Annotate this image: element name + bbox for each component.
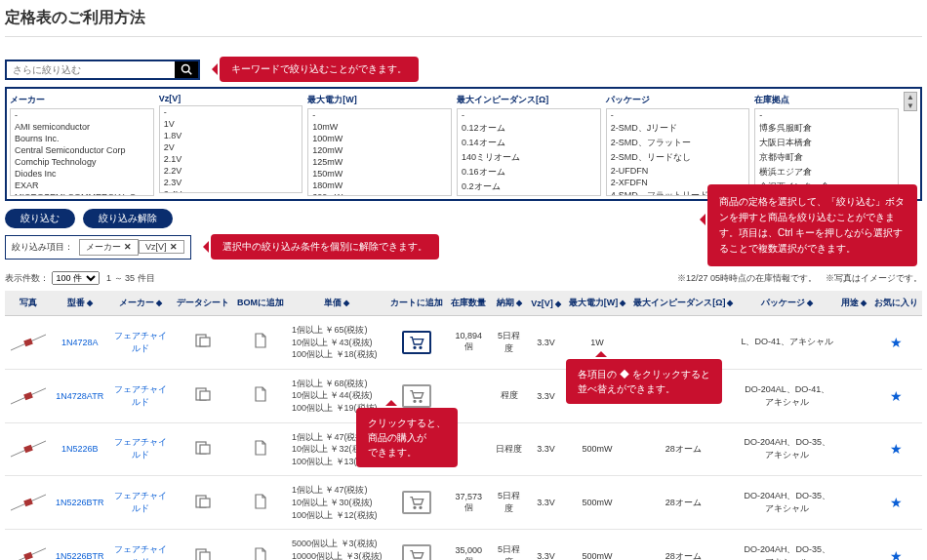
filter-option[interactable]: 2-SMD、フラットー <box>607 136 749 150</box>
filter-option[interactable]: 120mW <box>308 144 451 156</box>
bom-add-icon[interactable] <box>254 444 267 459</box>
bom-add-icon[interactable] <box>254 498 267 512</box>
filter-listbox[interactable]: -1V1.8V2V2.1V2.2V2.3V2.4V <box>159 105 303 193</box>
filter-listbox[interactable]: -0.12オーム0.14オーム140ミリオーム0.16オーム0.2オーム0.24… <box>457 108 601 196</box>
sort-icon[interactable]: ◆ <box>861 299 867 307</box>
datasheet-icon[interactable] <box>195 336 211 350</box>
column-header[interactable]: パッケージ◆ <box>737 291 837 316</box>
filter-option[interactable]: 200mW <box>308 191 451 196</box>
filter-option[interactable]: 2-SMD、Jリード <box>607 121 749 136</box>
filter-option[interactable]: 横浜エジア倉 <box>755 165 898 180</box>
filter-option[interactable]: - <box>458 109 600 121</box>
add-to-cart-button[interactable] <box>402 491 431 514</box>
datasheet-icon[interactable] <box>195 443 211 458</box>
filter-option[interactable]: 1.8V <box>160 130 302 141</box>
filter-option[interactable]: 2-SMD、リードなし <box>607 150 749 165</box>
filter-listbox[interactable]: -10mW100mW120mW125mW150mW180mW200mW <box>307 108 452 196</box>
maker-link[interactable]: フェアチャイルド <box>108 316 173 370</box>
filter-option[interactable]: 大阪日本橋倉 <box>755 136 898 150</box>
filter-option[interactable]: - <box>308 109 451 121</box>
filter-option[interactable]: - <box>607 109 749 121</box>
datasheet-icon[interactable] <box>195 389 211 404</box>
column-header[interactable]: 型番◆ <box>52 291 108 316</box>
filter-option[interactable]: - <box>755 109 898 121</box>
sort-icon[interactable]: ◆ <box>555 300 561 308</box>
part-number-link[interactable]: 1N5226BTR <box>52 530 108 560</box>
maker-link[interactable]: フェアチャイルド <box>108 369 173 422</box>
column-header[interactable]: 用途◆ <box>837 291 870 316</box>
filter-option[interactable]: 京都寺町倉 <box>755 150 898 165</box>
column-header[interactable]: 最大インピーダンス[Ω]◆ <box>629 291 737 316</box>
filter-chip[interactable]: メーカー ✕ <box>79 239 139 256</box>
filter-listbox[interactable]: -2-SMD、Jリード2-SMD、フラットー2-SMD、リードなし2-UFDFN… <box>606 108 750 196</box>
filter-option[interactable]: 100mW <box>308 133 451 144</box>
filter-option[interactable]: 0.14オーム <box>458 136 600 150</box>
filter-option[interactable]: - <box>11 109 153 121</box>
filter-option[interactable]: 10mW <box>308 121 451 133</box>
filter-option[interactable]: 140ミリオーム <box>458 150 600 165</box>
bom-add-icon[interactable] <box>254 390 267 405</box>
filter-option[interactable]: 博多呉服町倉 <box>755 121 898 136</box>
favorite-star[interactable]: ★ <box>890 388 903 404</box>
part-number-link[interactable]: 1N4728A <box>52 316 108 370</box>
part-number-link[interactable]: 1N5226BTR <box>52 476 108 530</box>
favorite-star[interactable]: ★ <box>890 548 903 560</box>
add-to-cart-button[interactable] <box>402 331 431 354</box>
sort-icon[interactable]: ◆ <box>87 299 93 307</box>
filter-option[interactable]: 1V <box>160 118 302 130</box>
add-to-cart-button[interactable] <box>402 544 431 560</box>
sort-icon[interactable]: ◆ <box>727 299 733 307</box>
sort-icon[interactable]: ◆ <box>343 299 349 307</box>
per-page-select[interactable]: 100 件 <box>52 271 100 285</box>
filter-option[interactable]: MICROSEMI COMMERCIAL COMPONENTS GROUP <box>11 191 153 196</box>
filter-option[interactable]: 125mW <box>308 156 451 168</box>
search-button[interactable] <box>175 61 198 78</box>
filter-listbox[interactable]: -博多呉服町倉大阪日本橋倉京都寺町倉横浜エジア倉金沢西インター倉名古屋小田井倉浜… <box>754 108 899 196</box>
sort-icon[interactable]: ◆ <box>156 299 162 307</box>
column-header[interactable]: 最大電力[W]◆ <box>565 291 630 316</box>
filter-option[interactable]: Bourns Inc. <box>11 133 153 144</box>
filter-option[interactable]: 0.16オーム <box>458 165 600 180</box>
sort-icon[interactable]: ◆ <box>620 299 625 307</box>
maker-link[interactable]: フェアチャイルド <box>108 530 173 560</box>
filter-option[interactable]: AMI semiconductor <box>11 121 153 133</box>
datasheet-icon[interactable] <box>195 497 211 511</box>
filter-option[interactable]: Diodes Inc <box>11 168 153 180</box>
filter-chip[interactable]: Vz[V] ✕ <box>139 240 184 254</box>
filter-option[interactable]: 0.24オーム <box>458 194 600 196</box>
filter-option[interactable]: 0.12オーム <box>458 121 600 136</box>
sort-icon[interactable]: ◆ <box>516 299 522 307</box>
search-input[interactable] <box>7 61 175 78</box>
filter-option[interactable]: 150mW <box>308 168 451 180</box>
filter-option[interactable]: - <box>160 106 302 118</box>
favorite-star[interactable]: ★ <box>890 441 903 457</box>
filter-button[interactable]: 絞り込む <box>5 209 75 228</box>
filter-option[interactable]: EXAR <box>11 180 153 191</box>
filter-scrollbar[interactable]: ▲▼ <box>904 92 917 111</box>
column-header[interactable]: 納期◆ <box>491 291 527 316</box>
filter-option[interactable]: 2V <box>160 141 302 153</box>
bom-add-icon[interactable] <box>254 337 267 351</box>
sort-icon[interactable]: ◆ <box>807 299 813 307</box>
column-header[interactable]: 単価◆ <box>288 291 386 316</box>
add-to-cart-button[interactable] <box>402 384 431 408</box>
clear-filter-button[interactable]: 絞り込み解除 <box>83 209 173 228</box>
filter-option[interactable]: 0.2オーム <box>458 180 600 194</box>
maker-link[interactable]: フェアチャイルド <box>108 476 173 530</box>
part-number-link[interactable]: 1N4728ATR <box>52 369 108 422</box>
filter-option[interactable]: Comchip Technology <box>11 156 153 168</box>
filter-option[interactable]: 2.4V <box>160 188 302 193</box>
column-header[interactable]: メーカー◆ <box>108 291 173 316</box>
filter-option[interactable]: Central Semiconductor Corp <box>11 144 153 156</box>
filter-listbox[interactable]: -AMI semiconductorBourns Inc.Central Sem… <box>10 108 154 196</box>
chip-remove[interactable]: ✕ <box>124 242 132 252</box>
favorite-star[interactable]: ★ <box>890 495 903 510</box>
datasheet-icon[interactable] <box>195 550 211 560</box>
filter-option[interactable]: 180mW <box>308 180 451 191</box>
maker-link[interactable]: フェアチャイルド <box>108 422 173 476</box>
bom-add-icon[interactable] <box>254 551 267 560</box>
filter-option[interactable]: 2-UFDFN <box>607 165 749 177</box>
chip-remove[interactable]: ✕ <box>170 242 178 252</box>
filter-option[interactable]: 2.1V <box>160 153 302 165</box>
filter-option[interactable]: 2.3V <box>160 177 302 188</box>
